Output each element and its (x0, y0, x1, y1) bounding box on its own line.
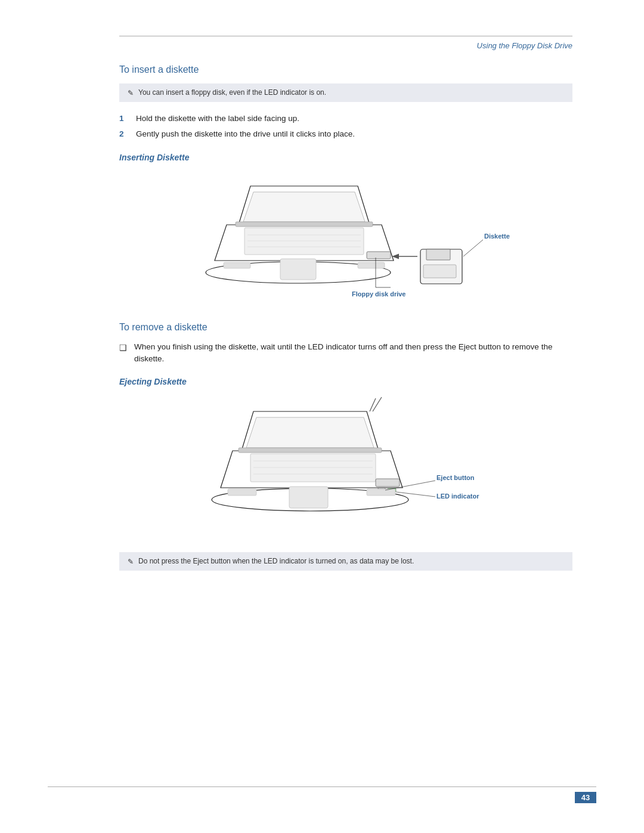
svg-rect-7 (224, 262, 250, 268)
svg-rect-6 (367, 252, 391, 259)
remove-steps-list: ❑ When you finish using the diskette, wa… (119, 341, 572, 366)
step-1: 1 Hold the diskette with the label side … (119, 113, 572, 125)
content-area: Using the Floppy Disk Drive To insert a … (0, 0, 644, 623)
ejecting-diagram-svg: Eject button LED indicator (179, 392, 513, 535)
label-led-text: LED indicator (436, 493, 479, 500)
chapter-header-text: Using the Floppy Disk Drive (477, 41, 572, 50)
step-1-text: Hold the diskette with the label side fa… (136, 113, 299, 125)
step-2-text: Gently push the diskette into the drive … (136, 128, 355, 140)
bullet-icon: ❑ (119, 342, 127, 366)
ejecting-diskette-heading: Ejecting Diskette (119, 377, 572, 386)
insert-note-box: ✎ You can insert a floppy disk, even if … (119, 83, 572, 102)
step-1-num: 1 (119, 113, 129, 125)
svg-rect-26 (228, 489, 256, 496)
label-floppy-drive-text: Floppy disk drive (352, 290, 405, 298)
svg-rect-22 (289, 487, 328, 508)
page-number: 43 (575, 792, 596, 803)
svg-rect-28 (239, 448, 382, 453)
bottom-note-icon: ✎ (128, 558, 134, 566)
page-container: Using the Floppy Disk Drive To insert a … (0, 0, 644, 833)
svg-rect-8 (358, 262, 385, 268)
chapter-header: Using the Floppy Disk Drive (119, 41, 572, 50)
inserting-diskette-diagram: Diskette Floppy disk drive (119, 168, 572, 305)
insert-section-heading: To insert a diskette (119, 64, 572, 75)
svg-rect-23 (376, 479, 400, 487)
bottom-note-box: ✎ Do not press the Eject button when the… (119, 552, 572, 571)
insert-steps-list: 1 Hold the diskette with the label side … (119, 113, 572, 141)
label-eject-text: Eject button (436, 474, 475, 481)
svg-rect-18 (250, 454, 376, 482)
insert-note-text: You can insert a floppy disk, even if th… (138, 88, 326, 97)
svg-line-30 (373, 397, 382, 411)
note-icon: ✎ (128, 89, 134, 97)
step-2: 2 Gently push the diskette into the driv… (119, 128, 572, 140)
svg-rect-5 (280, 259, 316, 280)
svg-rect-13 (423, 265, 456, 278)
top-rule (119, 36, 572, 36)
svg-rect-12 (426, 249, 450, 260)
ejecting-diskette-diagram: Eject button LED indicator (119, 392, 572, 535)
step-2-num: 2 (119, 128, 129, 140)
remove-section-heading: To remove a diskette (119, 322, 572, 333)
svg-line-32 (396, 492, 435, 497)
svg-line-29 (370, 398, 376, 411)
svg-rect-27 (367, 489, 395, 496)
svg-rect-9 (236, 222, 373, 227)
remove-bullet-item: ❑ When you finish using the diskette, wa… (119, 341, 572, 366)
bottom-rule (48, 786, 596, 787)
remove-bullet-text: When you finish using the diskette, wait… (134, 341, 572, 366)
svg-line-14 (463, 240, 483, 256)
label-diskette-text: Diskette (484, 233, 510, 240)
bottom-bar: 43 (0, 786, 644, 803)
inserting-diagram-svg: Diskette Floppy disk drive (179, 168, 513, 305)
bottom-note-text: Do not press the Eject button when the L… (138, 557, 414, 565)
svg-rect-1 (244, 228, 364, 255)
inserting-diskette-heading: Inserting Diskette (119, 153, 572, 162)
